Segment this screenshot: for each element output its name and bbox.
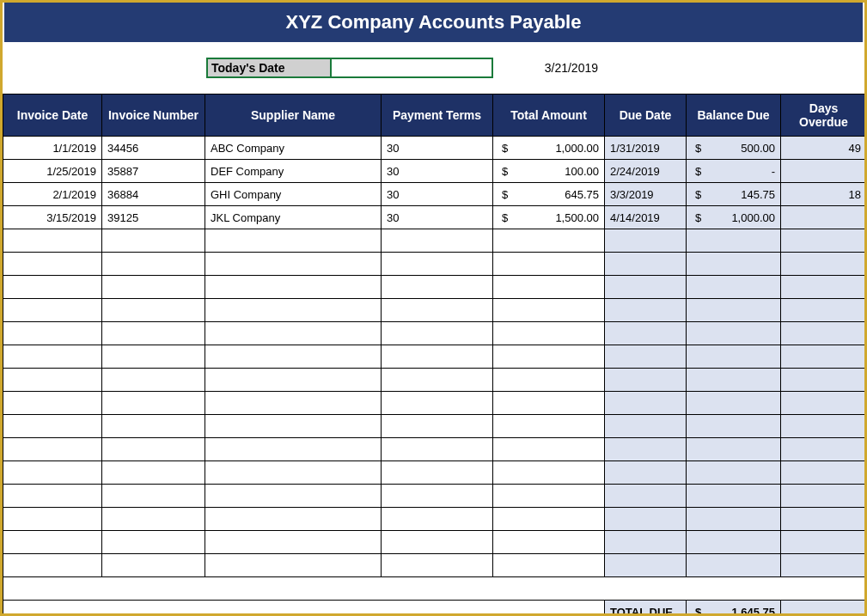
cell-due-date[interactable] [605, 276, 687, 299]
table-row[interactable] [3, 461, 867, 485]
cell-terms[interactable] [382, 438, 493, 461]
cell-days-overdue[interactable] [781, 345, 867, 369]
cell-invoice-number[interactable] [102, 345, 205, 369]
cell-total-amount[interactable]: $100.00 [493, 160, 605, 183]
table-row[interactable] [3, 415, 867, 438]
table-row[interactable] [3, 299, 867, 322]
cell-invoice-date[interactable] [3, 392, 102, 415]
cell-balance-due[interactable] [687, 253, 781, 276]
cell-supplier[interactable] [205, 461, 382, 485]
cell-invoice-number[interactable] [102, 508, 205, 531]
table-row[interactable] [3, 369, 867, 392]
cell-terms[interactable]: 30 [382, 137, 493, 160]
cell-invoice-date[interactable]: 1/25/2019 [3, 160, 102, 183]
cell-terms[interactable] [382, 276, 493, 299]
cell-invoice-date[interactable] [3, 345, 102, 369]
cell-total-amount[interactable] [493, 392, 605, 415]
cell-total-amount[interactable] [493, 485, 605, 508]
cell-invoice-number[interactable] [102, 554, 205, 577]
cell-supplier[interactable]: ABC Company [205, 137, 382, 160]
cell-days-overdue[interactable] [781, 322, 867, 345]
cell-total-amount[interactable] [493, 438, 605, 461]
cell-due-date[interactable] [605, 345, 687, 369]
cell-invoice-date[interactable] [3, 461, 102, 485]
cell-balance-due[interactable]: $- [687, 160, 781, 183]
cell-invoice-number[interactable] [102, 392, 205, 415]
cell-days-overdue[interactable] [781, 508, 867, 531]
cell-balance-due[interactable] [687, 415, 781, 438]
cell-invoice-number[interactable] [102, 438, 205, 461]
cell-balance-due[interactable] [687, 438, 781, 461]
cell-supplier[interactable]: GHI Company [205, 183, 382, 206]
table-row[interactable] [3, 508, 867, 531]
cell-terms[interactable] [382, 253, 493, 276]
cell-total-amount[interactable] [493, 369, 605, 392]
cell-terms[interactable]: 30 [382, 206, 493, 229]
cell-supplier[interactable] [205, 345, 382, 369]
cell-invoice-date[interactable]: 3/15/2019 [3, 206, 102, 229]
cell-invoice-date[interactable] [3, 508, 102, 531]
cell-invoice-date[interactable] [3, 299, 102, 322]
cell-terms[interactable] [382, 485, 493, 508]
cell-balance-due[interactable]: $1,000.00 [687, 206, 781, 229]
cell-balance-due[interactable] [687, 392, 781, 415]
cell-invoice-number[interactable] [102, 299, 205, 322]
cell-due-date[interactable] [605, 531, 687, 554]
cell-invoice-date[interactable] [3, 229, 102, 253]
cell-balance-due[interactable] [687, 554, 781, 577]
cell-total-amount[interactable] [493, 554, 605, 577]
cell-days-overdue[interactable] [781, 461, 867, 485]
cell-due-date[interactable] [605, 554, 687, 577]
cell-invoice-number[interactable] [102, 369, 205, 392]
cell-total-amount[interactable] [493, 345, 605, 369]
cell-invoice-number[interactable] [102, 485, 205, 508]
cell-invoice-date[interactable]: 1/1/2019 [3, 137, 102, 160]
cell-supplier[interactable] [205, 253, 382, 276]
cell-invoice-number[interactable] [102, 415, 205, 438]
table-row[interactable] [3, 229, 867, 253]
cell-supplier[interactable]: DEF Company [205, 160, 382, 183]
cell-days-overdue[interactable] [781, 531, 867, 554]
cell-due-date[interactable] [605, 253, 687, 276]
cell-due-date[interactable] [605, 299, 687, 322]
cell-due-date[interactable]: 1/31/2019 [605, 137, 687, 160]
cell-invoice-date[interactable]: 2/1/2019 [3, 183, 102, 206]
table-row[interactable] [3, 438, 867, 461]
cell-terms[interactable] [382, 392, 493, 415]
cell-total-amount[interactable] [493, 299, 605, 322]
table-row[interactable]: 1/25/201935887DEF Company30$100.002/24/2… [3, 160, 867, 183]
cell-days-overdue[interactable] [781, 229, 867, 253]
cell-invoice-date[interactable] [3, 438, 102, 461]
cell-balance-due[interactable] [687, 322, 781, 345]
cell-due-date[interactable] [605, 229, 687, 253]
cell-due-date[interactable] [605, 322, 687, 345]
cell-terms[interactable]: 30 [382, 160, 493, 183]
cell-due-date[interactable] [605, 485, 687, 508]
cell-terms[interactable] [382, 299, 493, 322]
cell-days-overdue[interactable] [781, 485, 867, 508]
cell-supplier[interactable] [205, 229, 382, 253]
cell-invoice-date[interactable] [3, 276, 102, 299]
cell-invoice-date[interactable] [3, 531, 102, 554]
cell-days-overdue[interactable] [781, 160, 867, 183]
table-row[interactable]: 1/1/201934456ABC Company30$1,000.001/31/… [3, 137, 867, 160]
cell-days-overdue[interactable] [781, 415, 867, 438]
cell-terms[interactable] [382, 508, 493, 531]
cell-terms[interactable] [382, 369, 493, 392]
cell-terms[interactable] [382, 345, 493, 369]
cell-balance-due[interactable]: $145.75 [687, 183, 781, 206]
cell-total-amount[interactable] [493, 531, 605, 554]
cell-due-date[interactable]: 4/14/2019 [605, 206, 687, 229]
cell-total-amount[interactable] [493, 322, 605, 345]
cell-days-overdue[interactable] [781, 253, 867, 276]
cell-due-date[interactable] [605, 461, 687, 485]
cell-balance-due[interactable] [687, 299, 781, 322]
cell-terms[interactable] [382, 554, 493, 577]
cell-invoice-number[interactable] [102, 461, 205, 485]
cell-invoice-date[interactable] [3, 369, 102, 392]
cell-balance-due[interactable] [687, 276, 781, 299]
cell-invoice-date[interactable] [3, 554, 102, 577]
table-row[interactable] [3, 531, 867, 554]
cell-balance-due[interactable] [687, 485, 781, 508]
cell-days-overdue[interactable]: 18 [781, 183, 867, 206]
